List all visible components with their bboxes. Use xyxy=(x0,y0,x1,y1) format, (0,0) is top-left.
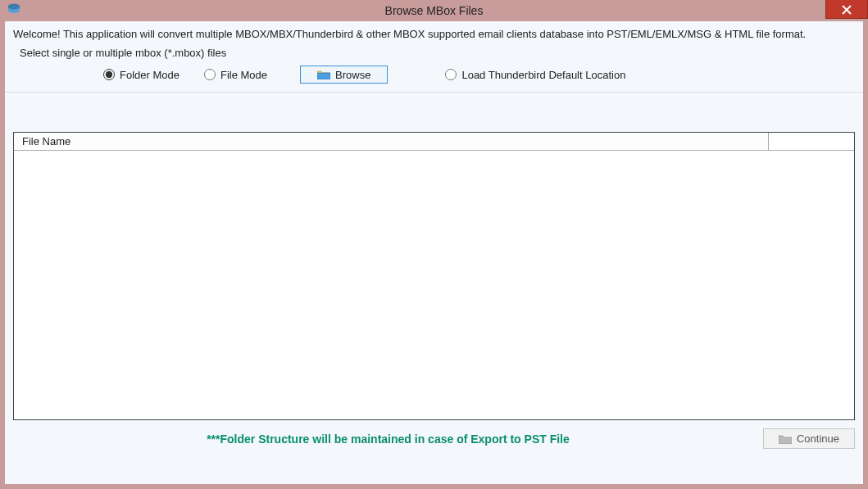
options-row: Folder Mode File Mode Browse Load Thunde… xyxy=(5,64,863,93)
continue-button[interactable]: Continue xyxy=(763,428,855,449)
load-thunderbird-radio-input[interactable] xyxy=(445,69,457,80)
folder-icon xyxy=(317,70,330,79)
select-files-label: Select single or multiple mbox (*.mbox) … xyxy=(5,43,863,64)
close-icon xyxy=(842,5,852,15)
file-mode-radio-input[interactable] xyxy=(204,69,216,80)
dialog-window: Browse MBox Files Welcome! This applicat… xyxy=(0,0,868,489)
svg-rect-4 xyxy=(317,73,330,79)
file-list-header-row: File Name xyxy=(14,133,854,151)
load-thunderbird-radio[interactable]: Load Thunderbird Default Location xyxy=(445,69,625,81)
footer-note: ***Folder Structure will be maintained i… xyxy=(13,432,763,446)
close-button[interactable] xyxy=(825,0,868,19)
file-name-column-header[interactable]: File Name xyxy=(14,133,769,150)
folder-mode-radio-input[interactable] xyxy=(103,69,115,80)
window-title: Browse MBox Files xyxy=(0,0,868,21)
app-icon xyxy=(7,2,21,17)
file-list-area: File Name xyxy=(13,132,855,420)
file-mode-label: File Mode xyxy=(220,69,267,81)
browse-button-label: Browse xyxy=(335,69,370,81)
welcome-text: Welcome! This application will convert m… xyxy=(5,23,863,43)
load-thunderbird-label: Load Thunderbird Default Location xyxy=(461,69,625,81)
folder-mode-radio[interactable]: Folder Mode xyxy=(103,69,180,81)
titlebar: Browse MBox Files xyxy=(0,0,868,21)
browse-button[interactable]: Browse xyxy=(300,66,388,84)
folder-icon xyxy=(779,434,792,444)
file-list-header-spacer xyxy=(769,133,854,150)
footer-row: ***Folder Structure will be maintained i… xyxy=(13,428,855,449)
content-area: Welcome! This application will convert m… xyxy=(5,23,863,484)
continue-button-label: Continue xyxy=(797,432,839,445)
folder-mode-label: Folder Mode xyxy=(120,69,180,81)
file-mode-radio[interactable]: File Mode xyxy=(204,69,267,81)
app-icon-svg xyxy=(7,2,21,17)
